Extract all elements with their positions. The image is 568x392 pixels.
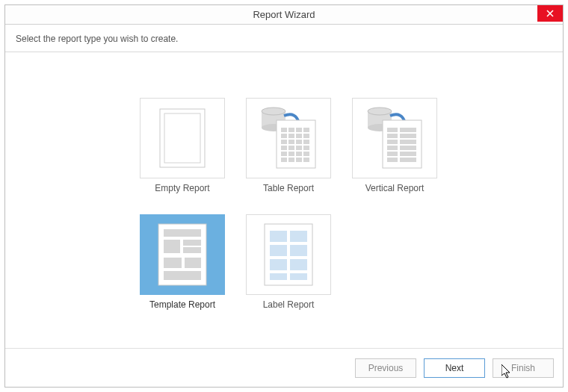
svg-rect-41 bbox=[400, 140, 416, 144]
svg-rect-20 bbox=[288, 146, 294, 150]
window-title: Report Wizard bbox=[253, 5, 315, 25]
svg-rect-46 bbox=[387, 158, 398, 162]
option-label: Label Report bbox=[263, 299, 315, 310]
svg-rect-57 bbox=[270, 231, 287, 242]
next-button[interactable]: Next bbox=[424, 358, 485, 378]
svg-rect-7 bbox=[281, 128, 287, 132]
option-label: Empty Report bbox=[155, 183, 209, 193]
svg-rect-58 bbox=[290, 231, 307, 242]
svg-rect-55 bbox=[164, 271, 201, 280]
titlebar: Report Wizard bbox=[5, 5, 563, 25]
svg-rect-36 bbox=[387, 128, 398, 132]
svg-rect-44 bbox=[387, 152, 398, 156]
svg-rect-0 bbox=[160, 109, 205, 167]
option-table-report[interactable]: Table Report bbox=[246, 98, 331, 193]
svg-rect-28 bbox=[288, 158, 294, 162]
wizard-footer: Previous Next Finish bbox=[5, 348, 563, 387]
svg-rect-62 bbox=[290, 259, 307, 270]
svg-rect-8 bbox=[288, 128, 294, 132]
svg-rect-15 bbox=[281, 140, 287, 144]
table-report-icon bbox=[254, 107, 323, 169]
svg-rect-25 bbox=[296, 152, 302, 156]
svg-rect-59 bbox=[270, 245, 287, 256]
close-button[interactable] bbox=[537, 5, 563, 22]
svg-rect-45 bbox=[400, 152, 416, 156]
svg-rect-47 bbox=[400, 158, 416, 162]
svg-rect-23 bbox=[281, 152, 287, 156]
vertical-report-icon bbox=[360, 107, 429, 169]
close-icon bbox=[546, 10, 554, 17]
report-wizard-window: Report Wizard Select the report type you… bbox=[4, 4, 564, 388]
option-label-report[interactable]: Label Report bbox=[246, 214, 331, 310]
option-label: Vertical Report bbox=[365, 183, 425, 193]
option-vertical-report[interactable]: Vertical Report bbox=[352, 98, 437, 193]
svg-rect-16 bbox=[288, 140, 294, 144]
report-type-grid: Empty Report bbox=[140, 98, 437, 310]
prompt-text: Select the report type you wish to creat… bbox=[5, 25, 563, 52]
option-label: Template Report bbox=[149, 299, 215, 310]
svg-rect-42 bbox=[387, 146, 398, 150]
empty-report-icon bbox=[159, 108, 206, 168]
svg-rect-43 bbox=[400, 146, 416, 150]
svg-rect-38 bbox=[387, 134, 398, 138]
svg-rect-10 bbox=[303, 128, 309, 132]
svg-rect-30 bbox=[303, 158, 309, 162]
svg-rect-64 bbox=[290, 273, 307, 280]
option-empty-report[interactable]: Empty Report bbox=[140, 98, 225, 193]
finish-button[interactable]: Finish bbox=[493, 358, 554, 378]
template-report-icon bbox=[158, 223, 207, 286]
svg-rect-63 bbox=[270, 273, 287, 280]
svg-rect-40 bbox=[387, 140, 398, 144]
svg-rect-54 bbox=[185, 258, 201, 268]
svg-rect-24 bbox=[288, 152, 294, 156]
svg-rect-60 bbox=[290, 245, 307, 256]
svg-rect-12 bbox=[288, 134, 294, 138]
svg-rect-17 bbox=[296, 140, 302, 144]
svg-rect-22 bbox=[303, 146, 309, 150]
content-area: Empty Report bbox=[5, 52, 563, 348]
svg-rect-50 bbox=[164, 240, 180, 253]
svg-rect-11 bbox=[281, 134, 287, 138]
svg-rect-51 bbox=[183, 240, 201, 246]
svg-rect-13 bbox=[296, 134, 302, 138]
label-report-icon bbox=[264, 223, 313, 286]
option-template-report[interactable]: Template Report bbox=[140, 214, 225, 310]
svg-rect-18 bbox=[303, 140, 309, 144]
svg-rect-27 bbox=[281, 158, 287, 162]
previous-button[interactable]: Previous bbox=[355, 358, 416, 378]
svg-rect-37 bbox=[400, 128, 416, 132]
svg-rect-21 bbox=[296, 146, 302, 150]
svg-rect-14 bbox=[303, 134, 309, 138]
svg-rect-61 bbox=[270, 259, 287, 270]
svg-rect-19 bbox=[281, 146, 287, 150]
svg-rect-52 bbox=[183, 247, 201, 253]
svg-rect-53 bbox=[164, 258, 182, 268]
svg-rect-26 bbox=[303, 152, 309, 156]
svg-rect-29 bbox=[296, 158, 302, 162]
svg-rect-39 bbox=[400, 134, 416, 138]
svg-rect-9 bbox=[296, 128, 302, 132]
option-label: Table Report bbox=[263, 183, 314, 193]
svg-rect-49 bbox=[164, 229, 201, 237]
